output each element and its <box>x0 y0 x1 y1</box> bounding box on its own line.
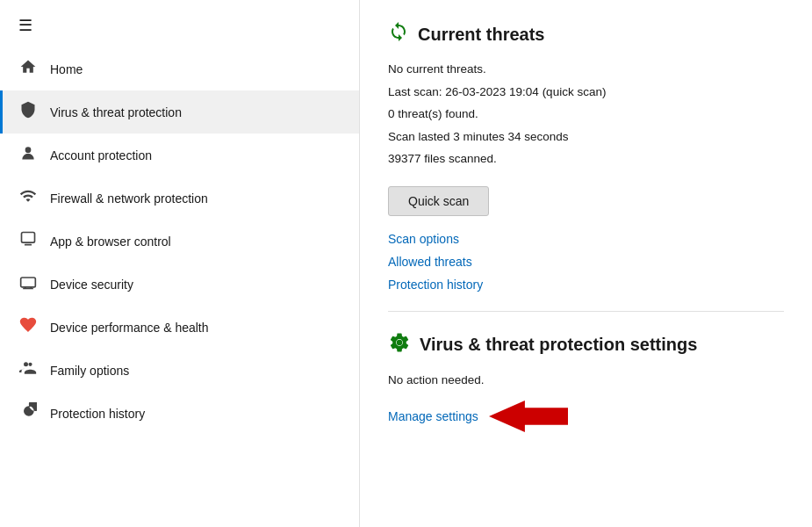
scan-duration-text: Scan lasted 3 minutes 34 seconds <box>388 127 784 147</box>
sidebar-item-firewall[interactable]: Firewall & network protection <box>0 177 359 220</box>
last-scan-text: Last scan: 26-03-2023 19:04 (quick scan) <box>388 83 784 102</box>
sidebar-item-home[interactable]: Home <box>0 47 359 90</box>
svg-point-0 <box>25 147 32 153</box>
protection-history-label: Protection history <box>50 407 145 421</box>
sidebar-item-virus-threat[interactable]: Virus & threat protection <box>0 90 359 134</box>
settings-status-text: No action needed. <box>388 371 784 390</box>
family-options-label: Family options <box>50 364 129 378</box>
protection-history-icon <box>18 402 38 424</box>
svg-point-5 <box>28 363 32 366</box>
device-security-label: Device security <box>50 278 133 292</box>
sidebar-item-account-protection[interactable]: Account protection <box>0 134 359 177</box>
svg-point-6 <box>397 340 403 346</box>
virus-threat-label: Virus & threat protection <box>50 105 182 119</box>
no-threats-text: No current threats. <box>388 60 784 79</box>
virus-settings-title: Virus & threat protection settings <box>388 331 784 358</box>
svg-marker-7 <box>489 401 568 432</box>
svg-point-4 <box>24 362 28 366</box>
hamburger-icon: ☰ <box>16 16 35 35</box>
manage-settings-row: Manage settings <box>388 401 784 432</box>
account-protection-label: Account protection <box>50 148 152 162</box>
current-threats-heading: Current threats <box>418 25 544 45</box>
sidebar-item-family-options[interactable]: Family options <box>0 349 359 392</box>
section-divider <box>388 311 784 312</box>
sidebar-item-protection-history[interactable]: Protection history <box>0 392 359 435</box>
red-arrow-icon <box>489 401 568 432</box>
protection-history-link[interactable]: Protection history <box>388 278 784 292</box>
virus-settings-icon <box>388 331 411 358</box>
current-threats-title: Current threats <box>388 21 784 47</box>
device-security-icon <box>18 273 38 295</box>
account-protection-icon <box>18 144 38 166</box>
allowed-threats-link[interactable]: Allowed threats <box>388 255 784 269</box>
virus-threat-icon <box>18 101 38 123</box>
hamburger-menu[interactable]: ☰ <box>0 7 359 47</box>
sidebar: ☰ HomeVirus & threat protectionAccount p… <box>0 0 360 527</box>
home-icon <box>18 58 38 80</box>
svg-rect-1 <box>22 233 35 243</box>
app-browser-label: App & browser control <box>50 235 171 249</box>
firewall-label: Firewall & network protection <box>50 191 208 206</box>
family-options-icon <box>18 359 38 381</box>
sidebar-nav: HomeVirus & threat protectionAccount pro… <box>0 47 359 435</box>
sidebar-item-device-performance[interactable]: Device performance & health <box>0 306 359 349</box>
sidebar-item-app-browser[interactable]: App & browser control <box>0 220 359 263</box>
quick-scan-button[interactable]: Quick scan <box>388 186 489 216</box>
current-threats-section: Current threats No current threats. Last… <box>388 21 784 292</box>
app-browser-icon <box>18 230 38 252</box>
firewall-icon <box>18 187 38 209</box>
current-threats-icon <box>388 21 409 47</box>
main-content: Current threats No current threats. Last… <box>360 0 812 527</box>
virus-protection-settings-section: Virus & threat protection settings No ac… <box>388 331 784 432</box>
device-performance-icon <box>18 316 38 338</box>
home-label: Home <box>50 62 83 76</box>
svg-rect-2 <box>25 244 32 246</box>
files-scanned-text: 39377 files scanned. <box>388 149 784 169</box>
virus-settings-heading: Virus & threat protection settings <box>420 335 697 355</box>
manage-settings-link[interactable]: Manage settings <box>388 409 478 423</box>
device-performance-label: Device performance & health <box>50 321 209 335</box>
threat-links: Scan options Allowed threats Protection … <box>388 232 784 292</box>
threats-found-text: 0 threat(s) found. <box>388 105 784 124</box>
scan-options-link[interactable]: Scan options <box>388 232 784 246</box>
svg-rect-3 <box>21 278 36 287</box>
sidebar-item-device-security[interactable]: Device security <box>0 263 359 306</box>
